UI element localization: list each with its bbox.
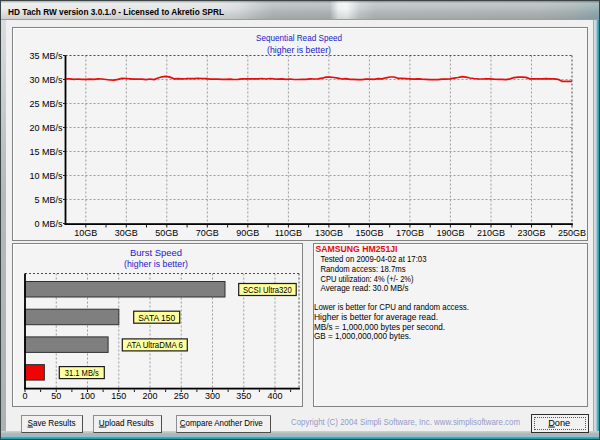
svg-text:30 MB/s: 30 MB/s — [29, 75, 63, 85]
svg-text:SCSI Ultra320: SCSI Ultra320 — [243, 285, 292, 295]
svg-text:Compare Another Drive: Compare Another Drive — [180, 418, 263, 428]
svg-text:5 MB/s: 5 MB/s — [34, 195, 63, 205]
svg-text:Save Results: Save Results — [28, 418, 76, 428]
svg-text:50GB: 50GB — [155, 228, 178, 238]
svg-text:HD Tach RW version 3.0.1.0 - L: HD Tach RW version 3.0.1.0 - Licensed to… — [8, 6, 224, 17]
svg-text:400: 400 — [267, 391, 282, 401]
svg-text:300: 300 — [205, 391, 220, 401]
svg-text:Tested on 2009-04-02 at 17:03: Tested on 2009-04-02 at 17:03 — [321, 254, 427, 264]
svg-text:SAMSUNG HM251JI: SAMSUNG HM251JI — [316, 243, 398, 254]
svg-text:Sequential Read Speed: Sequential Read Speed — [256, 32, 342, 43]
svg-text:Random access: 18.7ms: Random access: 18.7ms — [321, 264, 406, 274]
svg-text:130GB: 130GB — [315, 228, 343, 238]
svg-text:10 MB/s: 10 MB/s — [29, 171, 63, 181]
svg-text:Average read: 30.0 MB/s: Average read: 30.0 MB/s — [321, 283, 409, 293]
svg-text:(higher is better): (higher is better) — [267, 44, 331, 55]
svg-text:Copyright (C) 2004 Simpli Soft: Copyright (C) 2004 Simpli Software, Inc.… — [291, 416, 520, 427]
svg-text:110GB: 110GB — [275, 228, 302, 238]
svg-text:190GB: 190GB — [436, 228, 464, 238]
svg-text:Lower is better for CPU and ra: Lower is better for CPU and random acces… — [314, 302, 469, 312]
svg-text:100: 100 — [80, 391, 95, 401]
svg-text:Done: Done — [548, 418, 570, 428]
svg-text:210GB: 210GB — [477, 228, 505, 238]
svg-text:10GB: 10GB — [74, 228, 97, 238]
svg-text:150: 150 — [111, 391, 126, 401]
svg-text:31.1 MB/s: 31.1 MB/s — [65, 368, 99, 378]
svg-text:0: 0 — [22, 391, 27, 401]
svg-text:30GB: 30GB — [115, 228, 138, 238]
svg-text:250: 250 — [174, 391, 189, 401]
svg-text:15 MB/s: 15 MB/s — [29, 147, 63, 157]
svg-text:150GB: 150GB — [355, 228, 383, 238]
svg-text:Higher is better for average r: Higher is better for average read. — [314, 312, 438, 322]
svg-text:50: 50 — [51, 391, 61, 401]
svg-text:MB/s = 1,000,000 bytes per sec: MB/s = 1,000,000 bytes per second. — [314, 322, 445, 332]
svg-text:25 MB/s: 25 MB/s — [29, 99, 63, 109]
svg-text:GB = 1,000,000,000 bytes.: GB = 1,000,000,000 bytes. — [314, 331, 411, 341]
svg-text:(higher is better): (higher is better) — [124, 258, 188, 269]
svg-text:90GB: 90GB — [236, 228, 259, 238]
svg-text:250GB: 250GB — [558, 228, 586, 238]
svg-text:230GB: 230GB — [517, 228, 545, 238]
svg-text:0 MB/s: 0 MB/s — [34, 219, 63, 229]
svg-text:35 MB/s: 35 MB/s — [29, 51, 63, 61]
svg-text:170GB: 170GB — [396, 228, 424, 238]
svg-text:SATA 150: SATA 150 — [138, 313, 175, 323]
svg-text:Burst Speed: Burst Speed — [130, 247, 182, 258]
svg-text:CPU utilization: 4% (+/- 2%): CPU utilization: 4% (+/- 2%) — [321, 274, 414, 284]
svg-text:70GB: 70GB — [196, 228, 219, 238]
svg-text:20 MB/s: 20 MB/s — [29, 123, 63, 133]
svg-text:200: 200 — [142, 391, 157, 401]
svg-text:Upload Results: Upload Results — [99, 418, 154, 428]
svg-text:ATA UltraDMA 6: ATA UltraDMA 6 — [127, 340, 183, 350]
svg-text:350: 350 — [236, 391, 251, 401]
